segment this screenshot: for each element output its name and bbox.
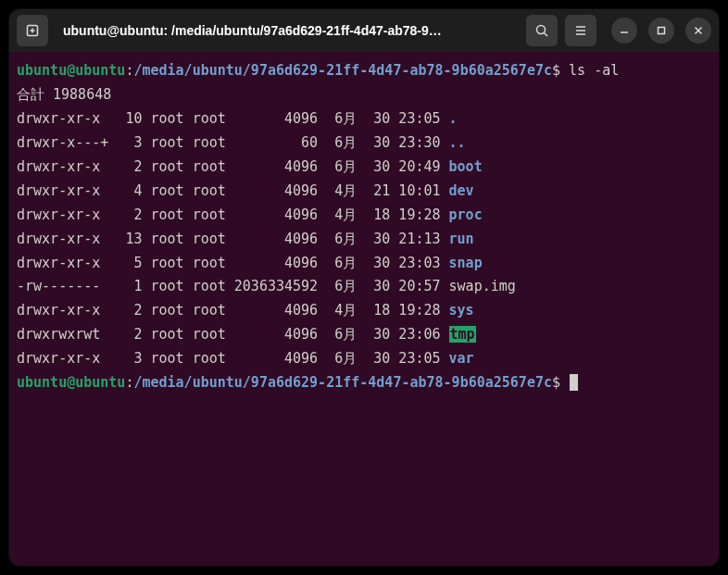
file-name: .: [449, 110, 458, 127]
file-name: ..: [449, 134, 466, 151]
minimize-icon: [619, 25, 630, 36]
close-button[interactable]: [685, 18, 711, 44]
new-tab-icon: [25, 23, 40, 38]
listing-row: drwxr-xr-x 2 root root 4096 6月 30 20:49 …: [17, 156, 711, 180]
listing-row: drwxr-xr-x 2 root root 4096 4月 18 19:28 …: [17, 299, 711, 323]
listing-row: drwxr-xr-x 10 root root 4096 6月 30 23:05…: [17, 107, 711, 131]
prompt-path: /media/ubuntu/97a6d629-21ff-4d47-ab78-9b…: [133, 374, 552, 391]
terminal-window: ubuntu@ubuntu: /media/ubuntu/97a6d629-21…: [9, 9, 719, 566]
file-name: dev: [449, 182, 474, 199]
new-tab-button[interactable]: [17, 15, 48, 46]
close-icon: [693, 25, 704, 36]
search-icon: [534, 23, 549, 38]
file-name: swap.img: [449, 278, 516, 294]
file-name: tmp: [449, 326, 476, 343]
window-controls: [611, 18, 711, 44]
prompt-user: ubuntu@ubuntu: [17, 374, 125, 391]
listing-row: -rw------- 1 root root 2036334592 6月 30 …: [17, 275, 711, 299]
minimize-button[interactable]: [611, 18, 637, 44]
prompt-symbol: $: [552, 62, 560, 79]
svg-line-4: [545, 33, 548, 37]
listing-row: drwxrwxrwt 2 root root 4096 6月 30 23:06 …: [17, 323, 711, 347]
svg-point-3: [537, 26, 546, 34]
prompt-line-idle: ubuntu@ubuntu:/media/ubuntu/97a6d629-21f…: [17, 371, 711, 395]
file-name: proc: [449, 206, 483, 223]
menu-button[interactable]: [565, 15, 596, 46]
total-line: 合計 1988648: [17, 83, 711, 107]
terminal-output[interactable]: ubuntu@ubuntu:/media/ubuntu/97a6d629-21f…: [9, 52, 719, 566]
search-button[interactable]: [526, 15, 558, 46]
listing-row: drwxr-xr-x 4 root root 4096 4月 21 10:01 …: [17, 180, 711, 204]
hamburger-icon: [573, 23, 588, 38]
file-name: boot: [449, 158, 483, 175]
file-name: sys: [449, 302, 474, 319]
file-name: snap: [449, 255, 483, 271]
svg-rect-9: [659, 28, 665, 34]
prompt-line: ubuntu@ubuntu:/media/ubuntu/97a6d629-21f…: [17, 59, 711, 83]
command-text: ls -al: [569, 62, 619, 79]
listing: drwxr-xr-x 10 root root 4096 6月 30 23:05…: [17, 107, 711, 371]
listing-row: drwxr-xr-x 2 root root 4096 4月 18 19:28 …: [17, 204, 711, 228]
listing-row: drwxr-xr-x 13 root root 4096 6月 30 21:13…: [17, 228, 711, 252]
titlebar: ubuntu@ubuntu: /media/ubuntu/97a6d629-21…: [9, 9, 719, 52]
prompt-path: /media/ubuntu/97a6d629-21ff-4d47-ab78-9b…: [133, 62, 552, 79]
file-name: var: [449, 350, 474, 367]
prompt-user: ubuntu@ubuntu: [17, 62, 125, 79]
listing-row: drwxr-x---+ 3 root root 60 6月 30 23:30 .…: [17, 131, 711, 156]
prompt-symbol: $: [552, 374, 560, 391]
window-title: ubuntu@ubuntu: /media/ubuntu/97a6d629-21…: [56, 23, 519, 38]
maximize-button[interactable]: [648, 18, 674, 44]
listing-row: drwxr-xr-x 3 root root 4096 6月 30 23:05 …: [17, 347, 711, 371]
maximize-icon: [656, 25, 667, 36]
listing-row: drwxr-xr-x 5 root root 4096 6月 30 23:03 …: [17, 252, 711, 276]
cursor: [570, 374, 578, 391]
file-name: run: [449, 231, 474, 247]
